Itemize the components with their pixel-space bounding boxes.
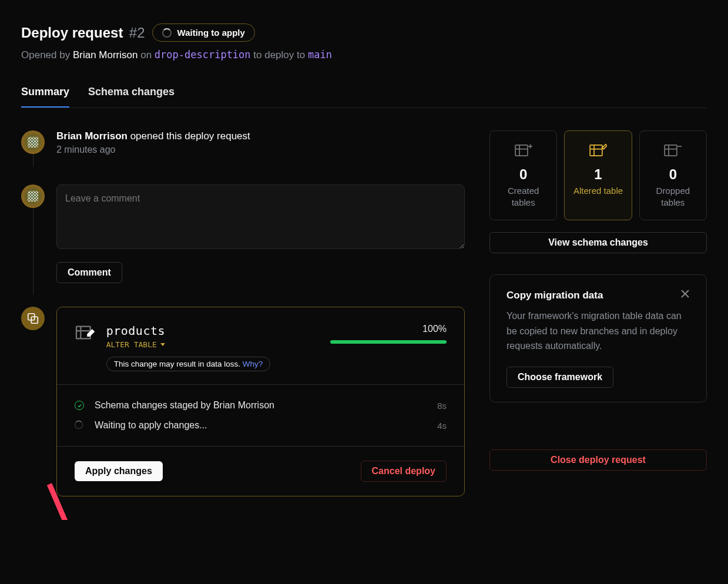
copy-migration-panel: Copy migration data Your framework's mig… [489, 274, 707, 402]
stat-altered[interactable]: 1 Altered table [564, 130, 632, 220]
close-deploy-request-button[interactable]: Close deploy request [489, 449, 707, 471]
page-title: Deploy request #2 [21, 25, 145, 41]
deploy-table-name: products [106, 324, 330, 338]
check-icon [75, 401, 84, 410]
spinner-icon [75, 421, 83, 429]
comment-input[interactable] [56, 184, 465, 249]
tab-summary[interactable]: Summary [21, 86, 69, 108]
tabs: Summary Schema changes [21, 86, 707, 108]
cancel-deploy-button[interactable]: Cancel deploy [361, 461, 447, 482]
avatar [21, 130, 45, 154]
stat-created[interactable]: 0 Created tables [489, 130, 557, 220]
table-edit-icon [589, 143, 607, 157]
subheading: Opened by Brian Morrison on drop-descrip… [21, 49, 707, 61]
alter-table-dropdown[interactable]: ALTER TABLE [106, 340, 165, 349]
panel-text: Your framework's migration table data ca… [506, 308, 690, 354]
tab-schema-changes[interactable]: Schema changes [88, 86, 175, 108]
apply-changes-button[interactable]: Apply changes [75, 461, 163, 481]
deploy-step: Schema changes staged by Brian Morrison … [75, 395, 447, 415]
svg-rect-2 [76, 327, 90, 339]
comment-button[interactable]: Comment [56, 262, 122, 283]
choose-framework-button[interactable]: Choose framework [506, 367, 613, 388]
svg-rect-14 [665, 145, 677, 156]
chevron-down-icon [160, 343, 165, 346]
svg-rect-11 [590, 145, 602, 156]
spinner-icon [162, 28, 172, 38]
progress: 100% [330, 324, 447, 344]
timeline-item-deploy: products ALTER TABLE This change may res… [21, 307, 465, 496]
status-badge: Waiting to apply [152, 24, 255, 42]
target-branch[interactable]: main [308, 49, 332, 61]
svg-rect-6 [515, 145, 528, 156]
source-branch[interactable]: drop-description [155, 49, 251, 61]
deploy-icon [21, 307, 45, 330]
why-link[interactable]: Why? [243, 360, 263, 368]
avatar [21, 184, 45, 208]
view-schema-changes-button[interactable]: View schema changes [489, 232, 707, 253]
data-loss-warning: This change may result in data loss. Why… [106, 357, 271, 371]
deploy-step: Waiting to apply changes... 4s [75, 415, 447, 435]
deploy-card: products ALTER TABLE This change may res… [56, 307, 465, 496]
table-edit-icon [75, 324, 96, 345]
timeline-item-comment: Comment [21, 184, 465, 283]
table-minus-icon [664, 143, 682, 157]
timestamp: 2 minutes ago [56, 145, 465, 155]
table-plus-icon [515, 143, 532, 157]
close-icon[interactable] [680, 289, 690, 301]
timeline-item-opened: Brian Morrison opened this deploy reques… [21, 130, 465, 155]
stat-dropped[interactable]: 0 Dropped tables [639, 130, 707, 220]
